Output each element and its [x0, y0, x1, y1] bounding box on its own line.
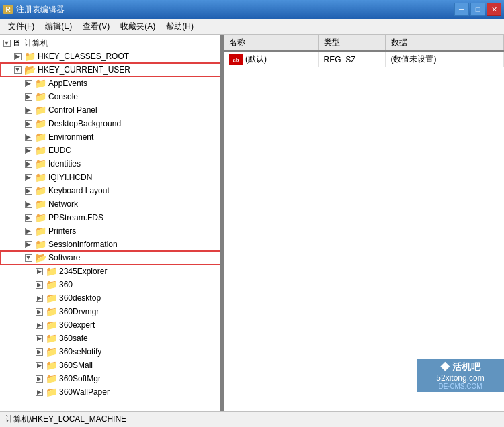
tree-item-identities[interactable]: ▶ Identities	[0, 157, 220, 171]
tree-item-360softmgr[interactable]: ▶ 360SoftMgr	[0, 372, 220, 385]
expander-2345[interactable]: ▶	[34, 266, 44, 277]
folder-icon	[35, 132, 46, 142]
tree-item-printers[interactable]: ▶ Printers	[0, 224, 220, 238]
expander-360wallpaper[interactable]: ▶	[34, 387, 44, 397]
tree-item-control-panel[interactable]: ▶ Control Panel	[0, 103, 220, 117]
tree-item-desktopbg[interactable]: ▶ DesktopBackground	[0, 117, 220, 130]
menu-file[interactable]: 文件(F)	[3, 19, 40, 34]
tree-pane[interactable]: ▼ 🖥 计算机 ▶ HKEY_CLASSES_ROOT ▼ HKEY_CURRE	[0, 35, 222, 411]
tree-item-2345[interactable]: ▶ 2345Explorer	[0, 265, 220, 278]
title-controls: ─ □ ✕	[454, 3, 501, 16]
expander-software[interactable]: ▼	[23, 252, 34, 263]
expand-icon[interactable]: ▶	[25, 134, 32, 141]
expand-icon[interactable]: ▶	[25, 214, 32, 222]
minimize-button[interactable]: ─	[454, 3, 469, 16]
expand-icon[interactable]: ▶	[25, 228, 32, 235]
expander-desktopbg[interactable]: ▶	[23, 118, 34, 129]
expander-environment[interactable]: ▶	[23, 132, 34, 142]
expander-keyboard[interactable]: ▶	[23, 185, 34, 196]
expander-classes-root[interactable]: ▶	[12, 51, 23, 62]
expand-icon[interactable]: ▶	[25, 80, 32, 87]
expand-icon[interactable]: ▶	[25, 160, 32, 168]
tree-item-appevents[interactable]: ▶ AppEvents	[0, 77, 220, 90]
tree-item-network[interactable]: ▶ Network	[0, 197, 220, 211]
expander-eudc[interactable]: ▶	[23, 145, 34, 156]
expand-icon[interactable]: ▶	[36, 295, 43, 302]
tree-item-360safe[interactable]: ▶ 360safe	[0, 332, 220, 345]
tree-item-ppstream[interactable]: ▶ PPStream.FDS	[0, 211, 220, 224]
tree-item-environment[interactable]: ▶ Environment	[0, 130, 220, 144]
menu-help[interactable]: 帮助(H)	[161, 19, 199, 34]
expander-360expert[interactable]: ▶	[34, 320, 44, 330]
expander-appevents[interactable]: ▶	[23, 78, 34, 89]
expander-identities[interactable]: ▶	[23, 158, 34, 169]
expand-icon[interactable]: ▶	[25, 147, 32, 154]
tree-item-360smail[interactable]: ▶ 360SMail	[0, 359, 220, 372]
expander-360[interactable]: ▶	[34, 279, 44, 290]
tree-item-eudc[interactable]: ▶ EUDC	[0, 144, 220, 157]
expand-icon[interactable]: ▶	[25, 187, 32, 195]
tree-item-software[interactable]: ▼ Software	[0, 251, 220, 265]
expand-icon[interactable]: ▶	[25, 174, 32, 181]
expander-console[interactable]: ▶	[23, 91, 34, 102]
menu-view[interactable]: 查看(V)	[77, 19, 115, 34]
tree-item-360drvmgr[interactable]: ▶ 360Drvmgr	[0, 305, 220, 318]
expand-icon[interactable]: ▼	[14, 66, 22, 74]
expander-360drvmgr[interactable]: ▶	[34, 306, 44, 317]
expander-printers[interactable]: ▶	[23, 226, 34, 236]
expand-icon[interactable]: ▶	[25, 107, 32, 114]
expand-icon[interactable]: ▶	[36, 389, 43, 396]
table-row[interactable]: ab (默认) REG_SZ (数值未设置)	[224, 51, 504, 67]
tree-label-2345: 2345Explorer	[58, 267, 107, 276]
expand-icon[interactable]: ▶	[25, 201, 32, 208]
menu-edit[interactable]: 编辑(E)	[40, 19, 77, 34]
tree-item-classes-root[interactable]: ▶ HKEY_CLASSES_ROOT	[0, 50, 220, 63]
expand-icon[interactable]: ▶	[36, 375, 43, 383]
expander-ppstream[interactable]: ▶	[23, 212, 34, 223]
tree-label-environment: Environment	[47, 132, 93, 142]
expander-360softmgr[interactable]: ▶	[34, 373, 44, 384]
expand-icon[interactable]: ▼	[3, 40, 11, 47]
maximize-button[interactable]: □	[470, 3, 485, 16]
expand-icon[interactable]: ▶	[36, 281, 43, 289]
menu-favorites[interactable]: 收藏夹(A)	[115, 19, 161, 34]
expand-icon[interactable]: ▶	[14, 53, 22, 60]
expand-icon[interactable]: ▶	[25, 93, 32, 101]
expand-icon[interactable]: ▶	[36, 362, 43, 369]
tree-item-360expert[interactable]: ▶ 360expert	[0, 318, 220, 332]
tree-item-360desktop[interactable]: ▶ 360desktop	[0, 291, 220, 305]
tree-item-iqiyi[interactable]: ▶ IQIYI.HCDN	[0, 171, 220, 184]
folder-icon	[46, 267, 56, 276]
expander-360smail[interactable]: ▶	[34, 360, 44, 371]
tree-item-console[interactable]: ▶ Console	[0, 90, 220, 103]
expand-icon[interactable]: ▶	[36, 348, 43, 356]
expander-iqiyi[interactable]: ▶	[23, 172, 34, 183]
expand-icon[interactable]: ▶	[36, 268, 43, 275]
tree-item-360senotify[interactable]: ▶ 360seNotify	[0, 345, 220, 359]
expander-360senotify[interactable]: ▶	[34, 346, 44, 357]
tree-item-current-user[interactable]: ▼ HKEY_CURRENT_USER	[0, 63, 220, 77]
expand-icon[interactable]: ▼	[25, 254, 32, 262]
expand-icon[interactable]: ▶	[36, 335, 43, 342]
expander-computer[interactable]: ▼	[1, 38, 12, 48]
expander-current-user[interactable]: ▼	[12, 64, 23, 75]
title-bar-left: R 注册表编辑器	[3, 4, 65, 15]
close-button[interactable]: ✕	[487, 3, 501, 16]
expander-360safe[interactable]: ▶	[34, 333, 44, 344]
expand-icon[interactable]: ▶	[36, 308, 43, 316]
window-title: 注册表编辑器	[16, 4, 65, 15]
col-header-name: 名称	[224, 35, 318, 51]
expander-control-panel[interactable]: ▶	[23, 105, 34, 115]
tree-item-computer[interactable]: ▼ 🖥 计算机	[0, 36, 220, 50]
expander-sessioninfo[interactable]: ▶	[23, 239, 34, 250]
watermark-line1: ◆ 活机吧	[440, 361, 480, 373]
tree-item-keyboard[interactable]: ▶ Keyboard Layout	[0, 184, 220, 197]
expand-icon[interactable]: ▶	[25, 241, 32, 248]
expand-icon[interactable]: ▶	[25, 120, 32, 128]
expander-network[interactable]: ▶	[23, 199, 34, 209]
tree-item-360[interactable]: ▶ 360	[0, 278, 220, 291]
tree-item-sessioninfo[interactable]: ▶ SessionInformation	[0, 238, 220, 251]
expand-icon[interactable]: ▶	[36, 322, 43, 329]
tree-item-360wallpaper[interactable]: ▶ 360WallPaper	[0, 385, 220, 399]
expander-360desktop[interactable]: ▶	[34, 293, 44, 303]
